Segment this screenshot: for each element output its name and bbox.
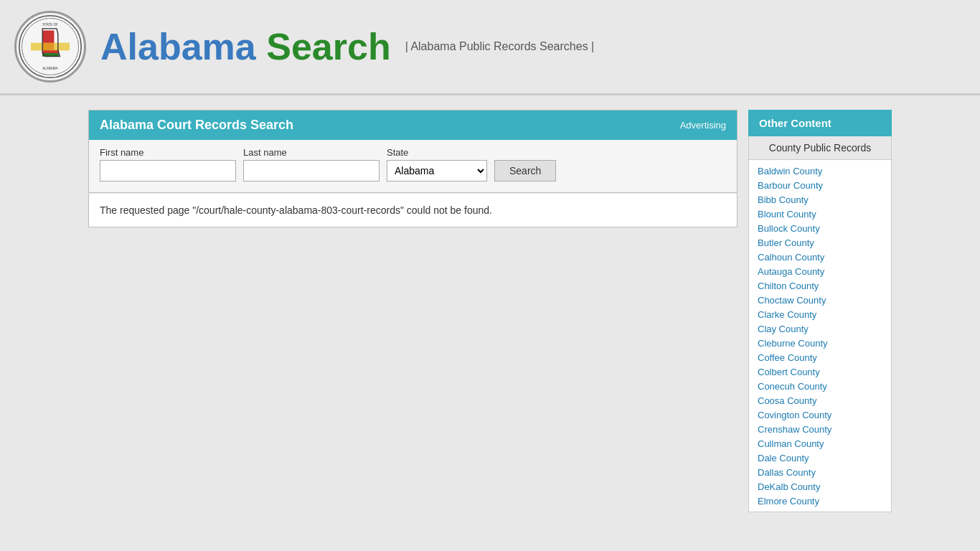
list-item: Coosa County	[758, 393, 882, 408]
list-item: Dallas County	[758, 465, 882, 479]
title-search: Search	[266, 26, 390, 67]
page-header: STATE OF ALABAMA Alabama Search | Alabam…	[0, 0, 980, 95]
error-text: The requested page "/court/hale-county-a…	[100, 204, 726, 216]
list-item: Dale County	[758, 451, 882, 465]
list-item: Coffee County	[758, 350, 882, 364]
main-wrapper: Alabama Court Records Search Advertising…	[81, 110, 899, 512]
svg-text:ALABAMA: ALABAMA	[42, 67, 57, 70]
title-alabama: Alabama	[100, 26, 256, 67]
svg-text:STATE OF: STATE OF	[42, 23, 58, 27]
sidebar: Other Content County Public Records Bald…	[748, 110, 892, 512]
county-link[interactable]: Dallas County	[758, 467, 816, 478]
list-item: Bibb County	[758, 192, 882, 207]
list-item: Chilton County	[758, 278, 882, 293]
header-title-area: Alabama Search | Alabama Public Records …	[100, 25, 594, 68]
state-label: State	[387, 147, 487, 158]
search-box: Alabama Court Records Search Advertising…	[88, 110, 738, 193]
county-link[interactable]: Bullock County	[758, 223, 820, 234]
list-item: Butler County	[758, 235, 882, 250]
last-name-label: Last name	[243, 147, 380, 158]
list-item: Clarke County	[758, 307, 882, 321]
search-box-header: Alabama Court Records Search Advertising	[89, 110, 737, 140]
list-item: Autauga County	[758, 264, 882, 278]
list-item: Blount County	[758, 207, 882, 221]
county-link[interactable]: Clay County	[758, 324, 809, 334]
first-name-input[interactable]	[100, 160, 236, 182]
list-item: Crenshaw County	[758, 422, 882, 436]
list-item: Clay County	[758, 321, 882, 336]
site-subtitle: | Alabama Public Records Searches |	[405, 40, 595, 53]
county-link[interactable]: Colbert County	[758, 367, 820, 377]
county-link[interactable]: Elmore County	[758, 496, 819, 507]
county-link[interactable]: Crenshaw County	[758, 424, 831, 435]
first-name-label: First name	[100, 147, 236, 158]
first-name-group: First name	[100, 147, 236, 182]
county-link[interactable]: Calhoun County	[758, 252, 824, 263]
county-link[interactable]: Autauga County	[758, 266, 824, 277]
form-fields: First name Last name State Alabama Searc…	[100, 147, 726, 182]
county-link[interactable]: Bibb County	[758, 194, 809, 205]
search-button[interactable]: Search	[494, 160, 556, 182]
county-link[interactable]: Coosa County	[758, 395, 816, 406]
advertising-label: Advertising	[680, 120, 726, 131]
list-item: Calhoun County	[758, 250, 882, 264]
county-link[interactable]: Barbour County	[758, 180, 823, 191]
center-content: Alabama Court Records Search Advertising…	[88, 110, 738, 512]
sidebar-header: Other Content	[748, 110, 892, 136]
state-group: State Alabama	[387, 147, 487, 182]
county-link[interactable]: Cullman County	[758, 438, 824, 449]
error-box: The requested page "/court/hale-county-a…	[88, 194, 738, 227]
list-item: Bullock County	[758, 221, 882, 235]
site-title: Alabama Search	[100, 25, 391, 68]
last-name-group: Last name	[243, 147, 380, 182]
last-name-input[interactable]	[243, 160, 380, 182]
list-item: Colbert County	[758, 364, 882, 379]
county-link[interactable]: DeKalb County	[758, 481, 820, 492]
site-logo: STATE OF ALABAMA	[14, 11, 86, 83]
list-item: DeKalb County	[758, 479, 882, 494]
search-box-title: Alabama Court Records Search	[100, 118, 293, 133]
list-item: Cullman County	[758, 436, 882, 451]
county-link[interactable]: Blount County	[758, 209, 816, 220]
search-form-area: First name Last name State Alabama Searc…	[89, 140, 737, 192]
county-link[interactable]: Dale County	[758, 453, 809, 463]
list-item: Conecuh County	[758, 379, 882, 393]
county-link[interactable]: Cleburne County	[758, 338, 828, 349]
county-records-section: County Public Records Baldwin CountyBarb…	[748, 136, 892, 512]
county-link[interactable]: Choctaw County	[758, 295, 826, 306]
list-item: Baldwin County	[758, 164, 882, 178]
list-item: Covington County	[758, 408, 882, 422]
county-link[interactable]: Baldwin County	[758, 166, 822, 176]
list-item: Cleburne County	[758, 336, 882, 350]
county-list: Baldwin CountyBarbour CountyBibb CountyB…	[749, 160, 891, 512]
list-item: Choctaw County	[758, 293, 882, 307]
county-link[interactable]: Covington County	[758, 410, 831, 420]
list-item: Elmore County	[758, 494, 882, 508]
county-link[interactable]: Clarke County	[758, 309, 816, 320]
county-records-title: County Public Records	[749, 136, 891, 160]
county-link[interactable]: Conecuh County	[758, 381, 827, 392]
state-select[interactable]: Alabama	[387, 160, 487, 182]
list-item: Barbour County	[758, 178, 882, 192]
svg-rect-5	[31, 43, 70, 51]
county-link[interactable]: Butler County	[758, 237, 814, 248]
county-link[interactable]: Coffee County	[758, 352, 817, 363]
county-link[interactable]: Chilton County	[758, 281, 819, 291]
